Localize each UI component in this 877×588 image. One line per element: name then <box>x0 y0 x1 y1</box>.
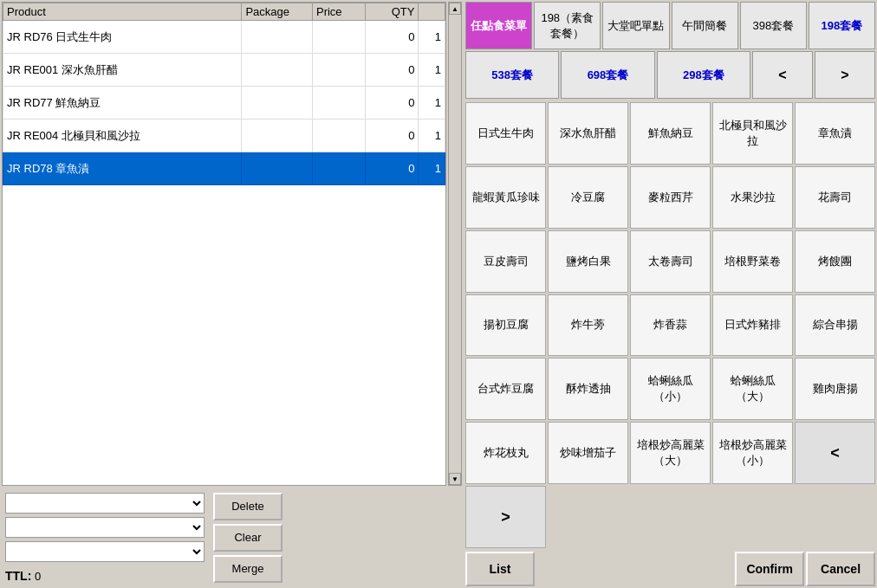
cell-qty: 0 <box>366 120 419 152</box>
col-header-qty: QTY <box>366 3 419 21</box>
sub-category-tab-0[interactable]: 198套餐 <box>809 2 875 49</box>
menu-item-15[interactable]: 揚初豆腐 <box>465 294 546 357</box>
sub-category-tab-3[interactable]: 298套餐 <box>657 51 750 99</box>
menu-item-22[interactable]: 蛤蜊絲瓜（小） <box>630 358 711 420</box>
dropdown-2[interactable] <box>5 517 205 538</box>
category-tab-1[interactable]: 198（素食套餐） <box>534 2 601 49</box>
scrollbar[interactable]: ▲ ▼ <box>448 2 462 486</box>
cancel-button[interactable]: Cancel <box>806 552 875 586</box>
menu-item-7[interactable]: 麥粒西芹 <box>630 166 711 229</box>
menu-item-4[interactable]: 章魚漬 <box>795 102 875 165</box>
cell-num: 1 <box>419 21 445 54</box>
col-header-num <box>419 3 445 21</box>
cell-num: 1 <box>419 152 445 185</box>
menu-item-20[interactable]: 台式炸豆腐 <box>465 358 546 420</box>
cell-qty: 0 <box>366 54 419 87</box>
dropdown-1-wrapper <box>5 493 205 514</box>
dropdowns-and-ttl: TTL: 0 <box>5 493 205 583</box>
cell-product: JR RE004 北極貝和風沙拉 <box>3 120 242 152</box>
table-row[interactable]: JR RE001 深水魚肝醋 0 1 <box>3 54 445 87</box>
menu-item-16[interactable]: 炸牛蒡 <box>548 294 628 357</box>
cell-package <box>242 87 313 120</box>
menu-item-11[interactable]: 鹽烤白果 <box>548 230 628 293</box>
menu-item-0[interactable]: 日式生牛肉 <box>465 102 546 165</box>
menu-item-6[interactable]: 冷豆腐 <box>548 166 628 229</box>
menu-item-17[interactable]: 炸香蒜 <box>630 294 711 357</box>
cell-price <box>312 120 365 152</box>
delete-button[interactable]: Delete <box>213 493 283 520</box>
menu-item-10[interactable]: 豆皮壽司 <box>465 230 546 293</box>
cell-num: 1 <box>419 120 445 152</box>
menu-item-row6-0[interactable]: 炸花枝丸 <box>465 422 546 484</box>
menu-item-13[interactable]: 培根野菜卷 <box>712 230 793 293</box>
cell-package <box>242 152 313 185</box>
left-panel: Product Package Price QTY JR RD76 日式生牛肉 … <box>0 0 464 588</box>
dropdown-3[interactable] <box>5 541 205 562</box>
menu-next-page-arrow[interactable]: > <box>465 486 546 548</box>
controls-row: TTL: 0 Delete Clear Merge <box>5 493 458 583</box>
table-row[interactable]: JR RD76 日式生牛肉 0 1 <box>3 21 445 54</box>
cell-qty: 0 <box>366 152 419 185</box>
menu-item-row6-3[interactable]: 培根炒高麗菜（小） <box>712 422 793 484</box>
menu-item-3[interactable]: 北極貝和風沙拉 <box>712 102 793 165</box>
ttl-row: TTL: 0 <box>5 569 205 583</box>
cell-product: JR RD77 鮮魚納豆 <box>3 87 242 120</box>
scroll-up-button[interactable]: ▲ <box>449 3 461 15</box>
sub-category-tab-2[interactable]: 698套餐 <box>561 51 654 99</box>
col-header-product: Product <box>3 3 242 21</box>
category-tab-2[interactable]: 大堂吧單點 <box>602 2 669 49</box>
cell-num: 1 <box>419 54 445 87</box>
next-category-arrow[interactable]: > <box>815 51 875 99</box>
cell-price <box>312 21 365 54</box>
clear-button[interactable]: Clear <box>213 524 283 552</box>
cell-product: JR RE001 深水魚肝醋 <box>3 54 242 87</box>
table-row[interactable]: JR RD78 章魚漬 0 1 <box>3 152 445 185</box>
cell-price <box>312 87 365 120</box>
cell-price <box>312 152 365 185</box>
merge-button[interactable]: Merge <box>213 555 283 583</box>
menu-item-12[interactable]: 太卷壽司 <box>630 230 711 293</box>
table-row[interactable]: JR RD77 鮮魚納豆 0 1 <box>3 87 445 120</box>
cell-package <box>242 54 313 87</box>
col-header-price: Price <box>312 3 365 21</box>
menu-prev-page-arrow[interactable]: < <box>795 422 875 484</box>
menu-item-8[interactable]: 水果沙拉 <box>712 166 793 229</box>
ttl-value: 0 <box>35 570 41 583</box>
menu-item-5[interactable]: 龍蝦黃瓜珍味 <box>465 166 546 229</box>
category-tab-3[interactable]: 午間簡餐 <box>672 2 738 49</box>
menu-item-9[interactable]: 花壽司 <box>795 166 875 229</box>
menu-item-2[interactable]: 鮮魚納豆 <box>630 102 711 165</box>
order-table: Product Package Price QTY JR RD76 日式生牛肉 … <box>2 2 446 486</box>
prev-category-arrow[interactable]: < <box>752 51 813 99</box>
menu-item-19[interactable]: 綜合串揚 <box>795 294 875 357</box>
menu-item-21[interactable]: 酥炸透抽 <box>548 358 628 420</box>
bottom-controls: TTL: 0 Delete Clear Merge <box>0 488 464 588</box>
list-button[interactable]: List <box>465 552 535 586</box>
menu-item-18[interactable]: 日式炸豬排 <box>712 294 793 357</box>
menu-item-24[interactable]: 雞肉唐揚 <box>795 358 875 420</box>
action-buttons: Delete Clear Merge <box>213 493 283 583</box>
scroll-down-button[interactable]: ▼ <box>449 473 461 485</box>
dropdown-1[interactable] <box>5 493 205 514</box>
col-header-package: Package <box>242 3 313 21</box>
menu-item-row6-2[interactable]: 培根炒高麗菜（大） <box>630 422 711 484</box>
dropdown-3-wrapper <box>5 541 205 562</box>
category-tab-4[interactable]: 398套餐 <box>740 2 807 49</box>
cell-package <box>242 120 313 152</box>
cell-package <box>242 21 313 54</box>
confirm-button[interactable]: Confirm <box>735 552 804 586</box>
menu-item-row6-1[interactable]: 炒味增茄子 <box>548 422 628 484</box>
table-row[interactable]: JR RE004 北極貝和風沙拉 0 1 <box>3 120 445 152</box>
ttl-label: TTL: <box>5 569 31 583</box>
cell-qty: 0 <box>366 87 419 120</box>
menu-item-23[interactable]: 蛤蜊絲瓜（大） <box>712 358 793 420</box>
cell-num: 1 <box>419 87 445 120</box>
menu-item-1[interactable]: 深水魚肝醋 <box>548 102 628 165</box>
category-tabs: 任點食菜單198（素食套餐）大堂吧單點午間簡餐398套餐198套餐538套餐69… <box>464 0 877 100</box>
cell-product: JR RD76 日式生牛肉 <box>3 21 242 54</box>
category-tab-0[interactable]: 任點食菜單 <box>465 2 532 49</box>
sub-category-tab-1[interactable]: 538套餐 <box>465 51 559 99</box>
menu-grid: 日式生牛肉深水魚肝醋鮮魚納豆北極貝和風沙拉章魚漬龍蝦黃瓜珍味冷豆腐麥粒西芹水果沙… <box>464 100 877 550</box>
menu-item-14[interactable]: 烤餿團 <box>795 230 875 293</box>
right-panel: 任點食菜單198（素食套餐）大堂吧單點午間簡餐398套餐198套餐538套餐69… <box>464 0 877 588</box>
